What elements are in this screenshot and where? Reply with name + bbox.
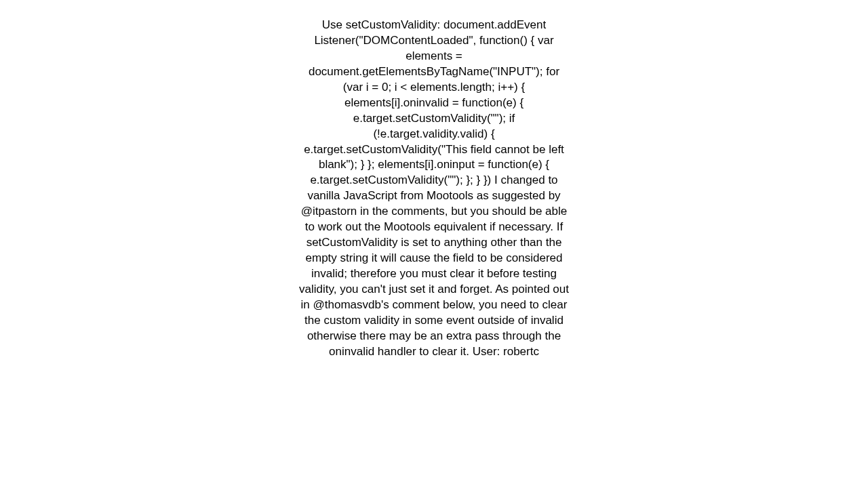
post-body: Use setCustomValidity: document.addEvent… bbox=[298, 18, 570, 360]
